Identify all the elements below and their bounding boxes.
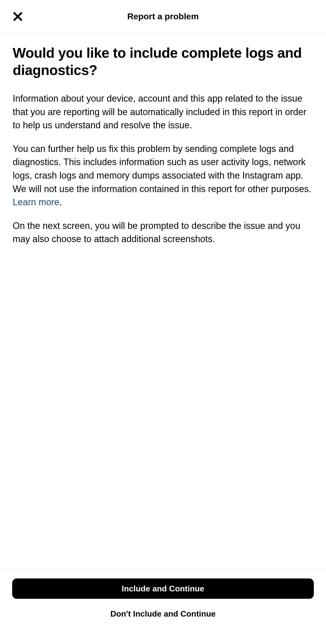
footer: Include and Continue Don't Include and C…	[0, 569, 326, 644]
close-button[interactable]	[10, 9, 25, 24]
main-heading: Would you like to include complete logs …	[13, 44, 313, 79]
paragraph-next-screen: On the next screen, you will be prompted…	[13, 219, 313, 246]
paragraph-info: Information about your device, account a…	[13, 92, 313, 132]
dont-include-continue-button[interactable]: Don't Include and Continue	[12, 606, 314, 621]
main-content: Would you like to include complete logs …	[0, 33, 326, 569]
paragraph-logs: You can further help us fix this problem…	[13, 142, 313, 209]
paragraph-logs-text: You can further help us fix this problem…	[13, 144, 311, 194]
include-continue-button[interactable]: Include and Continue	[12, 578, 314, 599]
header: Report a problem	[0, 0, 326, 33]
paragraph-logs-period: .	[59, 197, 62, 207]
learn-more-link[interactable]: Learn more	[13, 197, 59, 207]
page-title: Report a problem	[127, 11, 199, 21]
close-icon	[12, 11, 23, 22]
